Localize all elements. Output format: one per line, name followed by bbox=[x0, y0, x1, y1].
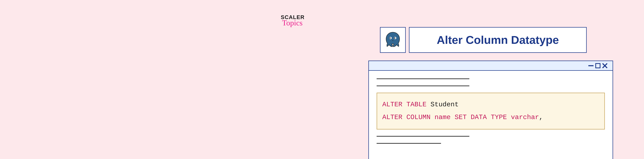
svg-point-1 bbox=[390, 38, 391, 39]
logo-line2: Topics bbox=[282, 18, 304, 27]
code-line-1: ALTER TABLE Student bbox=[382, 98, 599, 111]
maximize-icon[interactable] bbox=[595, 63, 600, 68]
svg-point-3 bbox=[394, 38, 396, 39]
window-controls bbox=[588, 63, 608, 68]
punctuation: , bbox=[539, 114, 543, 121]
close-icon[interactable] bbox=[602, 63, 608, 68]
title-box: Alter Column Datatype bbox=[409, 27, 587, 53]
keyword: ALTER COLUMN bbox=[382, 114, 430, 121]
scaler-topics-logo: SCALER Topics bbox=[281, 14, 304, 27]
keyword: SET DATA TYPE bbox=[455, 114, 507, 121]
keyword: ALTER TABLE bbox=[382, 101, 426, 108]
postgresql-elephant-icon bbox=[383, 30, 402, 50]
placeholder-line bbox=[376, 86, 469, 86]
window-titlebar bbox=[369, 61, 612, 71]
identifier: varchar bbox=[511, 114, 539, 121]
minimize-icon[interactable] bbox=[588, 65, 594, 66]
placeholder-line bbox=[376, 78, 469, 79]
db-icon-box bbox=[380, 27, 406, 53]
identifier: name bbox=[434, 114, 451, 121]
code-block: ALTER TABLE Student ALTER COLUMN name SE… bbox=[376, 93, 605, 130]
placeholder-line bbox=[376, 136, 469, 136]
page-title: Alter Column Datatype bbox=[437, 33, 559, 46]
code-line-2: ALTER COLUMN name SET DATA TYPE varchar, bbox=[382, 111, 599, 124]
window-body: ALTER TABLE Student ALTER COLUMN name SE… bbox=[369, 71, 612, 158]
identifier: Student bbox=[430, 101, 458, 108]
placeholder-line bbox=[376, 143, 441, 144]
header-row: Alter Column Datatype bbox=[380, 27, 587, 53]
code-window: ALTER TABLE Student ALTER COLUMN name SE… bbox=[368, 60, 613, 159]
